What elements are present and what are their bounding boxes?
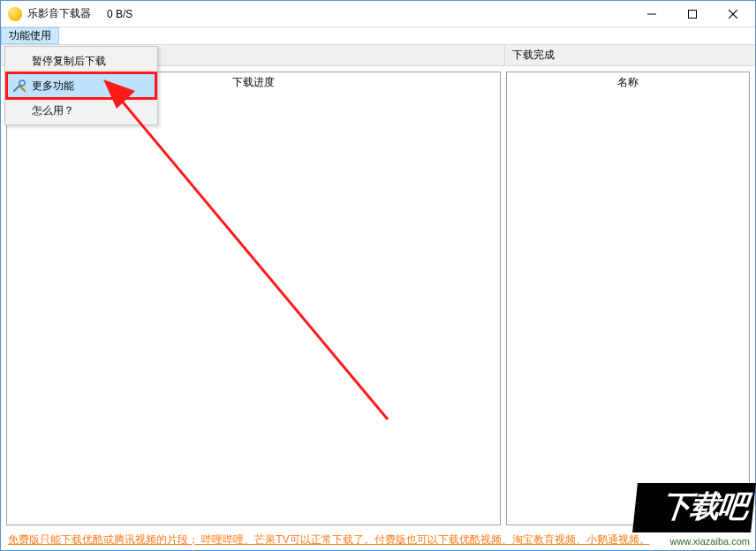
menu-functions[interactable]: 功能使用 xyxy=(1,27,59,44)
speed-indicator: 0 B/S xyxy=(107,8,132,20)
name-panel: 名称 xyxy=(506,72,750,525)
progress-panel-body xyxy=(7,92,500,525)
functions-dropdown: 暂停复制后下载 更多功能 怎么用？ xyxy=(4,46,158,125)
footer-notice-text: 免费版只能下载优酷或腾讯视频的片段； 哔哩哔哩、芒果TV可以正常下载了。付费版也… xyxy=(8,533,650,546)
content-area: 下载进度 名称 xyxy=(1,66,755,531)
progress-panel-title: 下载进度 xyxy=(232,76,275,88)
name-panel-body xyxy=(507,92,749,525)
minimize-button[interactable] xyxy=(631,1,672,27)
header-download-complete: 下载完成 xyxy=(504,45,755,65)
svg-rect-1 xyxy=(689,10,697,18)
maximize-button[interactable] xyxy=(672,1,713,27)
menubar: 功能使用 xyxy=(1,27,755,45)
menu-item-how-to-use[interactable]: 怎么用？ xyxy=(7,98,155,123)
menu-item-more-features[interactable]: 更多功能 xyxy=(7,73,155,98)
menu-item-pause-after-copy[interactable]: 暂停复制后下载 xyxy=(7,49,155,73)
maximize-icon xyxy=(688,10,697,19)
window-controls xyxy=(631,1,753,27)
close-button[interactable] xyxy=(713,1,753,27)
progress-panel: 下载进度 xyxy=(6,72,501,525)
menu-item-help-label: 怎么用？ xyxy=(32,103,74,118)
titlebar: 乐影音下载器 0 B/S xyxy=(1,1,755,27)
minimize-icon xyxy=(647,10,656,19)
footer-notice[interactable]: 免费版只能下载优酷或腾讯视频的片段； 哔哩哔哩、芒果TV可以正常下载了。付费版也… xyxy=(1,531,755,550)
svg-point-4 xyxy=(19,80,25,86)
menu-item-more-label: 更多功能 xyxy=(32,79,74,94)
close-icon xyxy=(729,10,737,19)
app-icon xyxy=(8,7,22,21)
header-download-complete-label: 下载完成 xyxy=(512,48,555,63)
name-panel-title: 名称 xyxy=(617,76,639,88)
menu-functions-label: 功能使用 xyxy=(9,28,51,43)
app-window: 乐影音下载器 0 B/S 功能使用 下载完成 下载进度 xyxy=(0,0,756,551)
tools-icon xyxy=(12,79,26,93)
name-panel-header: 名称 xyxy=(507,72,749,92)
menu-item-pause-label: 暂停复制后下载 xyxy=(32,54,106,69)
window-title: 乐影音下载器 xyxy=(27,6,91,21)
